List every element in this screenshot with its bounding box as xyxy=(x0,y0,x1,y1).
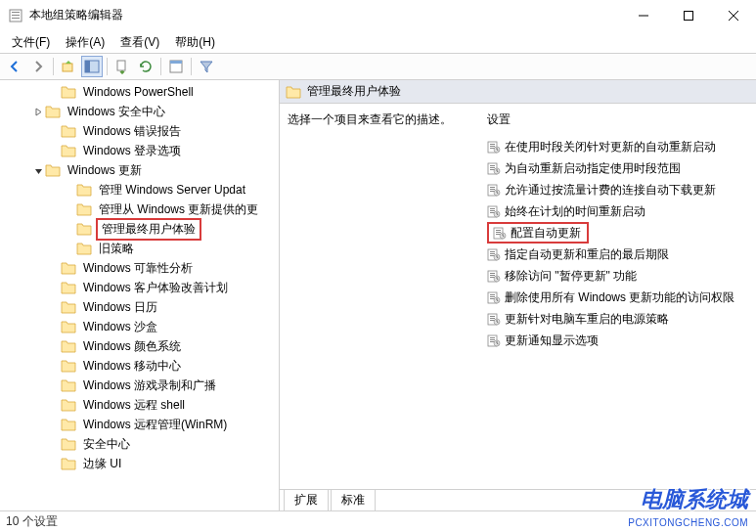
close-button[interactable] xyxy=(711,0,756,31)
show-hide-tree-button[interactable] xyxy=(81,56,103,77)
folder-icon xyxy=(61,457,76,470)
tree-node[interactable]: 安全中心 xyxy=(0,434,279,454)
tree-node[interactable]: Windows 客户体验改善计划 xyxy=(0,278,279,297)
policy-icon xyxy=(487,333,501,347)
menu-action[interactable]: 操作(A) xyxy=(58,32,112,53)
svg-rect-13 xyxy=(170,61,182,64)
tree-node[interactable]: 管理最终用户体验 xyxy=(0,219,279,239)
tree-node[interactable]: Windows PowerShell xyxy=(0,82,279,102)
toolbar xyxy=(0,53,756,80)
toolbar-separator xyxy=(53,58,54,75)
content-header: 管理最终用户体验 xyxy=(280,80,756,104)
setting-item[interactable]: 配置自动更新 xyxy=(483,222,756,244)
filter-button[interactable] xyxy=(196,56,217,77)
tree-node[interactable]: Windows 游戏录制和广播 xyxy=(0,376,279,395)
description-pane: 选择一个项目来查看它的描述。 xyxy=(288,111,483,489)
tree-node[interactable]: Windows 日历 xyxy=(0,297,279,317)
tree-node[interactable]: Windows 登录选项 xyxy=(0,141,279,160)
folder-icon xyxy=(61,418,76,431)
tab-standard[interactable]: 标准 xyxy=(331,489,376,510)
setting-item[interactable]: 指定自动更新和重启的最后期限 xyxy=(483,244,756,265)
svg-rect-30 xyxy=(490,208,495,209)
chevron-right-icon[interactable] xyxy=(31,105,45,118)
folder-icon xyxy=(61,320,76,333)
tree-spacer xyxy=(47,339,61,353)
tree-spacer xyxy=(63,222,76,236)
folder-icon xyxy=(76,202,92,216)
tree-node[interactable]: 边缘 UI xyxy=(0,454,279,473)
policy-icon xyxy=(487,290,501,304)
setting-label: 更新通知显示选项 xyxy=(505,332,599,349)
setting-item[interactable]: 允许通过按流量计费的连接自动下载更新 xyxy=(483,179,756,200)
folder-icon xyxy=(61,261,76,275)
up-button[interactable] xyxy=(58,56,79,77)
window-title: 本地组策略编辑器 xyxy=(29,7,123,23)
svg-rect-15 xyxy=(490,144,495,145)
tree-spacer xyxy=(47,378,61,392)
folder-icon xyxy=(61,124,76,138)
tree-node[interactable]: Windows 颜色系统 xyxy=(0,336,279,356)
svg-rect-60 xyxy=(490,337,495,338)
tree-spacer xyxy=(47,320,61,333)
policy-icon xyxy=(487,140,501,154)
tree-node[interactable]: 旧策略 xyxy=(0,239,279,258)
policy-icon xyxy=(487,204,501,218)
setting-item[interactable]: 更新通知显示选项 xyxy=(483,330,756,351)
setting-item[interactable]: 在使用时段关闭针对更新的自动重新启动 xyxy=(483,136,756,157)
toolbar-separator xyxy=(107,58,108,75)
content-header-title: 管理最终用户体验 xyxy=(307,83,401,100)
setting-label: 更新针对电脑车重启的电源策略 xyxy=(505,311,669,328)
tree-node[interactable]: Windows 更新 xyxy=(0,160,279,180)
svg-rect-46 xyxy=(490,275,495,276)
tree-node[interactable]: Windows 可靠性分析 xyxy=(0,258,279,278)
tree-spacer xyxy=(63,242,76,255)
svg-rect-61 xyxy=(490,339,495,340)
tree-spacer xyxy=(63,183,76,197)
tree-label: Windows 登录选项 xyxy=(80,142,184,160)
chevron-down-icon[interactable] xyxy=(31,163,45,177)
folder-icon xyxy=(61,281,76,294)
properties-button[interactable] xyxy=(165,56,187,77)
tree-node[interactable]: Windows 远程 shell xyxy=(0,395,279,415)
svg-rect-55 xyxy=(490,316,495,317)
folder-icon xyxy=(76,222,92,236)
svg-rect-25 xyxy=(490,187,495,188)
tree-node[interactable]: 管理 Windows Server Updat xyxy=(0,180,279,200)
setting-item[interactable]: 移除访问 "暂停更新" 功能 xyxy=(483,265,756,287)
setting-item[interactable]: 删除使用所有 Windows 更新功能的访问权限 xyxy=(483,287,756,308)
tree-node[interactable]: Windows 沙盒 xyxy=(0,317,279,336)
menu-view[interactable]: 查看(V) xyxy=(112,32,167,53)
setting-item[interactable]: 为自动重新启动指定使用时段范围 xyxy=(483,157,756,179)
svg-rect-40 xyxy=(490,251,495,252)
setting-label: 配置自动更新 xyxy=(511,225,581,242)
folder-icon xyxy=(76,242,92,255)
maximize-button[interactable] xyxy=(666,0,711,31)
svg-rect-56 xyxy=(490,318,495,319)
folder-icon xyxy=(45,105,61,118)
menu-file[interactable]: 文件(F) xyxy=(4,32,58,53)
setting-item[interactable]: 始终在计划的时间重新启动 xyxy=(483,200,756,222)
toolbar-separator xyxy=(191,58,192,75)
back-button[interactable] xyxy=(4,56,25,77)
tree-node[interactable]: 管理从 Windows 更新提供的更 xyxy=(0,200,279,219)
setting-label: 移除访问 "暂停更新" 功能 xyxy=(505,268,637,285)
tree-node[interactable]: Windows 移动中心 xyxy=(0,356,279,376)
tree-node[interactable]: Windows 错误报告 xyxy=(0,121,279,141)
tree-label: Windows 游戏录制和广播 xyxy=(80,377,219,395)
tree-label: 管理最终用户体验 xyxy=(96,218,201,241)
minimize-button[interactable] xyxy=(621,0,666,31)
export-button[interactable] xyxy=(111,56,133,77)
tree-node[interactable]: Windows 远程管理(WinRM) xyxy=(0,415,279,434)
setting-label: 删除使用所有 Windows 更新功能的访问权限 xyxy=(505,289,734,306)
tab-extended[interactable]: 扩展 xyxy=(284,489,329,510)
setting-label: 允许通过按流量计费的连接自动下载更新 xyxy=(505,182,716,199)
tree-spacer xyxy=(47,261,61,275)
refresh-button[interactable] xyxy=(135,56,156,77)
menu-help[interactable]: 帮助(H) xyxy=(167,32,223,53)
forward-button[interactable] xyxy=(27,56,49,77)
setting-item[interactable]: 更新针对电脑车重启的电源策略 xyxy=(483,308,756,330)
tree-node[interactable]: Windows 安全中心 xyxy=(0,102,279,121)
tree-spacer xyxy=(47,144,61,157)
setting-label: 始终在计划的时间重新启动 xyxy=(505,203,645,220)
tree-label: Windows 安全中心 xyxy=(65,103,168,121)
